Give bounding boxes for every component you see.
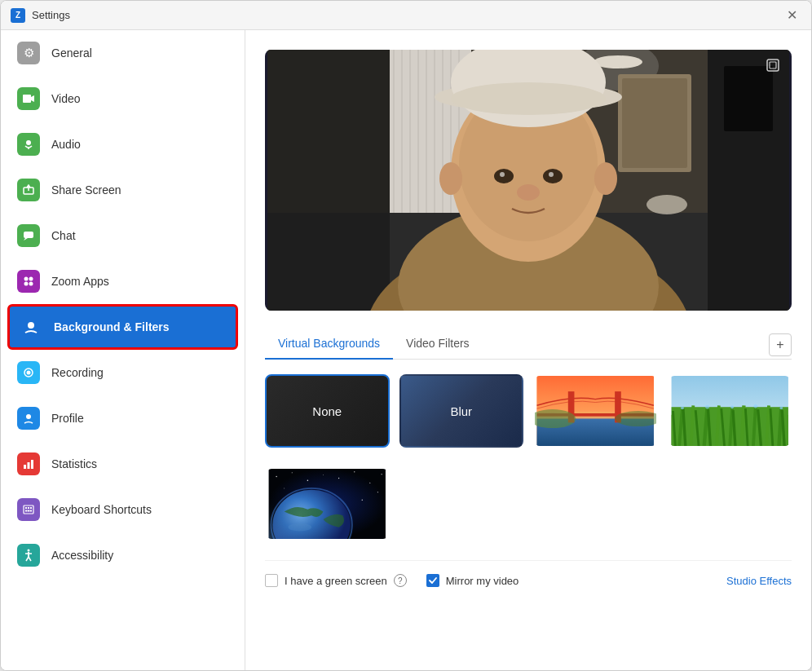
svg-rect-6 (24, 232, 33, 238)
sidebar-item-statistics[interactable]: Statistics (1, 441, 245, 487)
sidebar-item-keyboard-shortcuts[interactable]: Keyboard Shortcuts (1, 487, 245, 532)
statistics-icon (17, 452, 40, 475)
audio-icon (17, 133, 40, 156)
sidebar-item-accessibility[interactable]: Accessibility (1, 532, 245, 578)
svg-point-10 (24, 282, 29, 286)
svg-line-92 (741, 405, 744, 446)
video-icon (17, 87, 40, 110)
svg-point-103 (753, 404, 757, 408)
recording-icon (17, 361, 40, 384)
svg-line-29 (26, 557, 29, 561)
svg-point-66 (594, 162, 617, 195)
sidebar-item-general[interactable]: ⚙ General (1, 30, 245, 76)
tabs-container: Virtual Backgrounds Video Filters + (265, 330, 792, 360)
svg-point-11 (29, 282, 33, 286)
sidebar-item-share-screen[interactable]: Share Screen (1, 167, 245, 213)
svg-point-2 (26, 140, 31, 145)
share-screen-icon (17, 179, 40, 201)
green-screen-checkbox[interactable] (265, 574, 278, 587)
sidebar-label-accessibility: Accessibility (51, 549, 113, 562)
svg-point-63 (549, 172, 554, 177)
svg-point-100 (681, 406, 684, 409)
sidebar-label-video: Video (51, 92, 81, 105)
background-bridge[interactable] (533, 374, 658, 448)
svg-point-101 (705, 405, 709, 409)
mirror-video-label: Mirror my video (446, 575, 519, 587)
background-blur[interactable]: Blur (399, 374, 524, 448)
svg-rect-25 (30, 510, 32, 512)
svg-point-65 (439, 162, 462, 195)
zoom-logo-icon: Z (11, 8, 25, 23)
svg-rect-50 (267, 50, 390, 311)
main-panel: Virtual Backgrounds Video Filters + None… (245, 30, 811, 670)
close-button[interactable]: ✕ (782, 6, 801, 25)
video-preview (265, 50, 792, 311)
resize-icon[interactable] (766, 58, 780, 77)
sidebar-item-background-filters[interactable]: Background & Filters (7, 304, 238, 350)
sidebar-label-background-filters: Background & Filters (54, 320, 170, 333)
svg-rect-0 (23, 95, 31, 103)
svg-point-14 (27, 371, 31, 375)
svg-point-62 (500, 172, 505, 177)
window-title: Settings (32, 9, 70, 21)
svg-rect-39 (622, 78, 687, 168)
green-screen-help[interactable]: ? (394, 574, 407, 587)
sidebar-item-recording[interactable]: Recording (1, 350, 245, 395)
add-background-button[interactable]: + (769, 333, 792, 356)
green-screen-label: I have a green screen (285, 575, 387, 587)
mirror-video-option: Mirror my video (426, 574, 519, 587)
sidebar-label-share-screen: Share Screen (51, 183, 121, 196)
svg-rect-16 (24, 465, 26, 469)
sidebar-item-audio[interactable]: Audio (1, 121, 245, 167)
sidebar-label-statistics: Statistics (51, 457, 97, 470)
svg-point-15 (26, 414, 31, 419)
svg-point-64 (517, 184, 540, 201)
green-screen-option: I have a green screen ? (265, 574, 407, 587)
sidebar-item-video[interactable]: Video (1, 76, 245, 121)
svg-rect-68 (770, 62, 776, 68)
video-preview-svg (265, 50, 792, 311)
svg-point-12 (28, 322, 34, 329)
svg-rect-67 (767, 60, 779, 71)
sidebar-item-zoom-apps[interactable]: Zoom Apps (1, 258, 245, 304)
sidebar-item-profile[interactable]: Profile (1, 395, 245, 441)
svg-point-102 (730, 405, 734, 408)
settings-window: Z Settings ✕ ⚙ General Video Audio (0, 0, 812, 671)
svg-point-37 (647, 195, 687, 214)
svg-point-104 (779, 406, 783, 409)
svg-marker-1 (31, 95, 34, 102)
tab-video-filters[interactable]: Video Filters (393, 330, 483, 360)
sidebar: ⚙ General Video Audio Share Screen (1, 30, 245, 670)
titlebar: Z Settings ✕ (1, 1, 811, 30)
general-icon: ⚙ (17, 42, 40, 64)
profile-icon (17, 407, 40, 430)
content-area: ⚙ General Video Audio Share Screen (1, 30, 811, 670)
background-grass[interactable] (668, 374, 792, 448)
bridge-image (535, 376, 656, 446)
background-filters-icon (20, 316, 42, 338)
background-none[interactable]: None (265, 374, 390, 448)
sidebar-item-chat[interactable]: Chat (1, 213, 245, 258)
keyboard-shortcuts-icon (17, 498, 40, 521)
background-space[interactable] (265, 467, 390, 541)
sidebar-label-keyboard-shortcuts: Keyboard Shortcuts (51, 503, 152, 516)
accessibility-icon (17, 544, 40, 567)
sidebar-label-chat: Chat (51, 229, 76, 242)
svg-rect-24 (28, 510, 30, 512)
svg-rect-22 (30, 507, 32, 509)
mirror-video-checkbox[interactable] (426, 574, 439, 587)
svg-marker-7 (24, 238, 28, 241)
bottom-options: I have a green screen ? Mirror my video … (265, 560, 792, 587)
svg-rect-17 (28, 462, 30, 469)
tab-virtual-backgrounds[interactable]: Virtual Backgrounds (265, 330, 393, 360)
sidebar-label-recording: Recording (51, 366, 104, 379)
svg-point-26 (28, 550, 30, 552)
sidebar-label-profile: Profile (51, 412, 84, 425)
sidebar-label-audio: Audio (51, 138, 81, 151)
zoom-apps-icon (17, 270, 40, 293)
background-grid: None Blur (265, 374, 792, 448)
svg-rect-20 (25, 507, 27, 509)
background-blur-label: Blur (450, 404, 472, 418)
studio-effects-link[interactable]: Studio Effects (726, 575, 792, 587)
svg-rect-19 (24, 505, 33, 514)
